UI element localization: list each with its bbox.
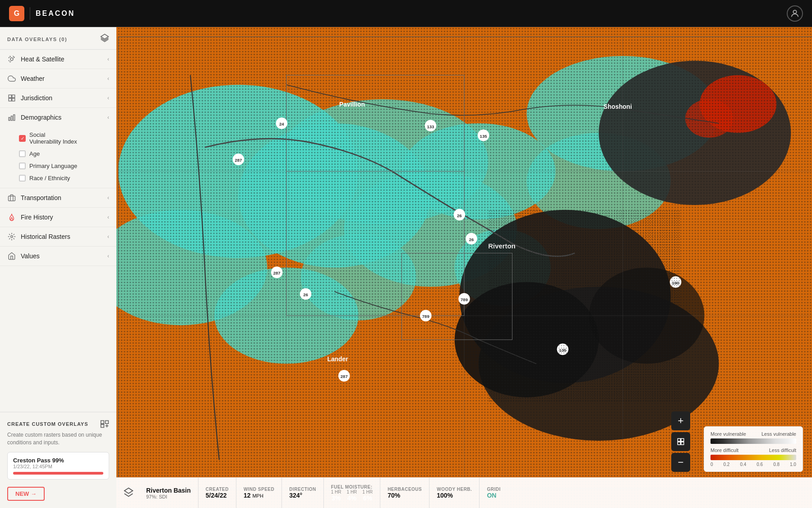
svg-rect-75 [681,438,684,441]
zoom-controls: + − [671,411,690,472]
svg-rect-10 [9,196,15,201]
fire-history-label: Fire History [21,214,103,221]
fuel-1hr: 1 HR 3% [331,489,341,502]
region-sub: 97%: SDI [146,494,191,499]
extent-button[interactable] [671,432,690,451]
svg-marker-78 [125,488,133,493]
preset-card[interactable]: Creston Pass 99% 1/23/22, 12:45PM [7,452,109,480]
sidebar-item-heat-satellite[interactable]: Heat & Satellite ‹ [0,50,116,69]
svg-point-11 [11,236,13,238]
historical-rasters-label: Historical Rasters [21,233,103,240]
place-lander: Lander [327,355,348,363]
sidebar-item-fire-history[interactable]: Fire History ‹ [0,208,116,227]
svg-point-2 [10,58,13,61]
bottom-woody-herb: WOODY HERB. 100% [429,478,480,508]
demo-child-race-ethnicity[interactable]: Race / Ethnicity [19,172,116,184]
demographics-icon [7,113,16,122]
header-divider [30,7,30,20]
race-ethnicity-checkbox[interactable] [19,175,26,182]
svg-rect-8 [11,116,13,121]
svi-label: SocialVulnerability Index [29,131,77,145]
custom-overlay-icon [100,419,109,429]
wind-speed-value: 12 MPH [244,492,274,499]
bottom-region: Riverton Basin 97%: SDI [139,478,198,508]
herbaceous-label: HERBACEOUS [388,487,422,492]
historical-rasters-chevron: ‹ [107,233,109,240]
create-overlay-title: CREATE CUSTOM OVERLAYS [7,421,88,427]
sidebar-item-values[interactable]: Values ‹ [0,247,116,266]
svg-rect-3 [9,95,11,98]
svg-rect-76 [678,442,680,445]
herbaceous-value: 70% [388,492,422,499]
card-date: 1/23/22, 12:45PM [13,464,103,469]
legend-container: More vulnerable Less vulnerable More dif… [704,426,803,472]
sidebar-item-transportation[interactable]: Transportation ‹ [0,188,116,208]
heat-satellite-label: Heat & Satellite [21,56,103,63]
svg-rect-12 [101,421,104,424]
new-overlay-button[interactable]: NEW → [7,487,45,501]
primary-language-label: Primary Language [29,163,77,169]
main-layout: DATA OVERLAYS (0) Heat & Satellite ‹ [0,27,812,508]
sidebar-item-weather[interactable]: Weather ‹ [0,69,116,89]
map-container[interactable]: Pavillion Shoshoni Riverton Lander 24 13… [116,27,812,508]
zoom-out-button[interactable]: − [671,453,690,472]
demo-child-primary-language[interactable]: Primary Language [19,160,116,172]
demographics-header[interactable]: Demographics ‹ [0,108,116,127]
fuel-values: 1 HR 3% 1 HR 4% 1 HR 6% [331,489,373,502]
heat-satellite-icon [7,55,16,64]
demographics-chevron: ‹ [107,114,109,121]
age-checkbox[interactable] [19,150,26,157]
demo-child-svi[interactable]: ✓ SocialVulnerability Index [19,129,116,148]
zoom-in-button[interactable]: + [671,411,690,430]
legend-vuln-bar [710,438,796,444]
bottom-fuel-moisture: Fuel Moisture: 1 HR 3% 1 HR 4% 1 HR 6% [324,478,380,508]
svg-text:789: 789 [422,314,429,319]
header-left: G BEACON [9,6,75,21]
grid-value: ON [487,492,500,499]
grid-label: GRIDI [487,487,500,492]
svg-point-0 [793,10,796,13]
svg-rect-77 [681,442,684,445]
place-pavillion: Pavillion [339,101,365,108]
svg-text:135: 135 [480,134,488,139]
layers-icon [100,33,109,45]
primary-language-checkbox[interactable] [19,163,26,169]
sidebar-item-demographics: Demographics ‹ ✓ SocialVulnerability Ind… [0,108,116,188]
fuel-moisture-label: Fuel Moisture: [331,485,373,489]
user-avatar[interactable] [787,5,803,22]
values-icon [7,252,16,261]
app-title: BEACON [36,9,75,18]
bottom-herbaceous: HERBACEOUS 70% [380,478,429,508]
svg-text:26: 26 [303,292,308,297]
values-chevron: ‹ [107,253,109,259]
svg-text:287: 287 [341,374,348,379]
app-header: G BEACON [0,0,812,27]
created-label: CREATED [206,487,229,492]
legend-diff-row: More difficult Less difficult [710,447,796,453]
svg-rect-4 [12,95,15,98]
overlays-header: DATA OVERLAYS (0) [0,27,116,50]
bottom-layers-icon [124,487,134,499]
fire-history-icon [7,213,16,222]
jurisdiction-chevron: ‹ [107,95,109,101]
created-value: 5/24/22 [206,492,229,499]
sidebar-item-jurisdiction[interactable]: Jurisdiction ‹ [0,89,116,108]
woody-herb-value: 100% [437,492,472,499]
svg-rect-73 [488,210,680,402]
direction-label: DIRECTION [289,487,316,492]
fuel-10hr: 1 HR 4% [347,489,357,502]
svg-rect-5 [9,98,11,101]
sidebar-item-historical-rasters[interactable]: Historical Rasters ‹ [0,227,116,247]
svi-checkbox[interactable]: ✓ [19,135,26,142]
svg-rect-14 [101,424,104,428]
svg-rect-6 [12,98,15,101]
create-overlay-header: CREATE CUSTOM OVERLAYS [7,419,109,429]
legend-diff-bar [710,455,796,460]
svg-rect-9 [14,115,15,121]
svg-text:26: 26 [469,237,474,242]
direction-value: 324° [289,492,316,499]
svg-text:287: 287 [235,158,242,163]
bottom-bar: Riverton Basin 97%: SDI CREATED 5/24/22 … [116,477,812,508]
demo-child-age[interactable]: Age [19,148,116,160]
place-shoshoni: Shoshoni [604,103,632,110]
